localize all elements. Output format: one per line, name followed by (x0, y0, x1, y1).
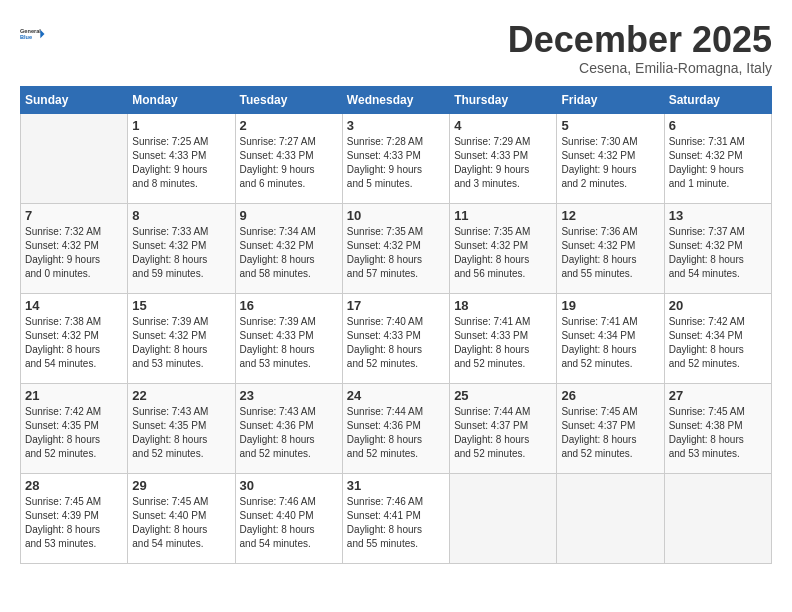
day-cell: 26Sunrise: 7:45 AM Sunset: 4:37 PM Dayli… (557, 383, 664, 473)
day-number: 30 (240, 478, 338, 493)
day-info: Sunrise: 7:25 AM Sunset: 4:33 PM Dayligh… (132, 135, 230, 191)
day-info: Sunrise: 7:30 AM Sunset: 4:32 PM Dayligh… (561, 135, 659, 191)
week-row-2: 7Sunrise: 7:32 AM Sunset: 4:32 PM Daylig… (21, 203, 772, 293)
day-number: 26 (561, 388, 659, 403)
day-cell: 23Sunrise: 7:43 AM Sunset: 4:36 PM Dayli… (235, 383, 342, 473)
day-info: Sunrise: 7:31 AM Sunset: 4:32 PM Dayligh… (669, 135, 767, 191)
day-cell: 17Sunrise: 7:40 AM Sunset: 4:33 PM Dayli… (342, 293, 449, 383)
day-cell (664, 473, 771, 563)
day-number: 28 (25, 478, 123, 493)
day-cell: 12Sunrise: 7:36 AM Sunset: 4:32 PM Dayli… (557, 203, 664, 293)
day-cell: 29Sunrise: 7:45 AM Sunset: 4:40 PM Dayli… (128, 473, 235, 563)
week-row-4: 21Sunrise: 7:42 AM Sunset: 4:35 PM Dayli… (21, 383, 772, 473)
day-cell: 13Sunrise: 7:37 AM Sunset: 4:32 PM Dayli… (664, 203, 771, 293)
header-row: SundayMondayTuesdayWednesdayThursdayFrid… (21, 86, 772, 113)
day-cell: 3Sunrise: 7:28 AM Sunset: 4:33 PM Daylig… (342, 113, 449, 203)
day-number: 15 (132, 298, 230, 313)
day-info: Sunrise: 7:46 AM Sunset: 4:41 PM Dayligh… (347, 495, 445, 551)
day-info: Sunrise: 7:39 AM Sunset: 4:32 PM Dayligh… (132, 315, 230, 371)
day-info: Sunrise: 7:45 AM Sunset: 4:40 PM Dayligh… (132, 495, 230, 551)
month-title: December 2025 (508, 20, 772, 60)
day-info: Sunrise: 7:34 AM Sunset: 4:32 PM Dayligh… (240, 225, 338, 281)
day-cell: 20Sunrise: 7:42 AM Sunset: 4:34 PM Dayli… (664, 293, 771, 383)
day-info: Sunrise: 7:36 AM Sunset: 4:32 PM Dayligh… (561, 225, 659, 281)
day-number: 18 (454, 298, 552, 313)
day-cell (557, 473, 664, 563)
day-number: 17 (347, 298, 445, 313)
day-number: 21 (25, 388, 123, 403)
day-cell: 15Sunrise: 7:39 AM Sunset: 4:32 PM Dayli… (128, 293, 235, 383)
header-saturday: Saturday (664, 86, 771, 113)
day-cell: 21Sunrise: 7:42 AM Sunset: 4:35 PM Dayli… (21, 383, 128, 473)
day-info: Sunrise: 7:40 AM Sunset: 4:33 PM Dayligh… (347, 315, 445, 371)
calendar-table: SundayMondayTuesdayWednesdayThursdayFrid… (20, 86, 772, 564)
day-cell: 27Sunrise: 7:45 AM Sunset: 4:38 PM Dayli… (664, 383, 771, 473)
header-thursday: Thursday (450, 86, 557, 113)
title-block: December 2025 Cesena, Emilia-Romagna, It… (508, 20, 772, 76)
day-cell: 28Sunrise: 7:45 AM Sunset: 4:39 PM Dayli… (21, 473, 128, 563)
day-cell: 4Sunrise: 7:29 AM Sunset: 4:33 PM Daylig… (450, 113, 557, 203)
day-number: 19 (561, 298, 659, 313)
day-info: Sunrise: 7:41 AM Sunset: 4:34 PM Dayligh… (561, 315, 659, 371)
day-cell: 14Sunrise: 7:38 AM Sunset: 4:32 PM Dayli… (21, 293, 128, 383)
day-number: 24 (347, 388, 445, 403)
day-number: 2 (240, 118, 338, 133)
day-info: Sunrise: 7:46 AM Sunset: 4:40 PM Dayligh… (240, 495, 338, 551)
day-number: 12 (561, 208, 659, 223)
day-info: Sunrise: 7:33 AM Sunset: 4:32 PM Dayligh… (132, 225, 230, 281)
week-row-1: 1Sunrise: 7:25 AM Sunset: 4:33 PM Daylig… (21, 113, 772, 203)
subtitle: Cesena, Emilia-Romagna, Italy (508, 60, 772, 76)
day-cell: 16Sunrise: 7:39 AM Sunset: 4:33 PM Dayli… (235, 293, 342, 383)
day-info: Sunrise: 7:42 AM Sunset: 4:35 PM Dayligh… (25, 405, 123, 461)
day-info: Sunrise: 7:45 AM Sunset: 4:39 PM Dayligh… (25, 495, 123, 551)
day-number: 7 (25, 208, 123, 223)
day-number: 13 (669, 208, 767, 223)
day-number: 9 (240, 208, 338, 223)
header-sunday: Sunday (21, 86, 128, 113)
day-cell: 18Sunrise: 7:41 AM Sunset: 4:33 PM Dayli… (450, 293, 557, 383)
logo: GeneralBlue (20, 20, 48, 48)
day-number: 29 (132, 478, 230, 493)
day-number: 22 (132, 388, 230, 403)
day-cell: 2Sunrise: 7:27 AM Sunset: 4:33 PM Daylig… (235, 113, 342, 203)
day-info: Sunrise: 7:43 AM Sunset: 4:36 PM Dayligh… (240, 405, 338, 461)
day-number: 11 (454, 208, 552, 223)
day-number: 5 (561, 118, 659, 133)
day-cell: 11Sunrise: 7:35 AM Sunset: 4:32 PM Dayli… (450, 203, 557, 293)
day-info: Sunrise: 7:41 AM Sunset: 4:33 PM Dayligh… (454, 315, 552, 371)
day-info: Sunrise: 7:45 AM Sunset: 4:37 PM Dayligh… (561, 405, 659, 461)
day-info: Sunrise: 7:39 AM Sunset: 4:33 PM Dayligh… (240, 315, 338, 371)
page-header: GeneralBlue December 2025 Cesena, Emilia… (20, 20, 772, 76)
header-monday: Monday (128, 86, 235, 113)
day-number: 23 (240, 388, 338, 403)
day-number: 25 (454, 388, 552, 403)
day-number: 1 (132, 118, 230, 133)
day-info: Sunrise: 7:35 AM Sunset: 4:32 PM Dayligh… (454, 225, 552, 281)
day-info: Sunrise: 7:32 AM Sunset: 4:32 PM Dayligh… (25, 225, 123, 281)
day-number: 3 (347, 118, 445, 133)
day-number: 31 (347, 478, 445, 493)
day-cell (21, 113, 128, 203)
day-info: Sunrise: 7:43 AM Sunset: 4:35 PM Dayligh… (132, 405, 230, 461)
day-info: Sunrise: 7:38 AM Sunset: 4:32 PM Dayligh… (25, 315, 123, 371)
day-info: Sunrise: 7:44 AM Sunset: 4:36 PM Dayligh… (347, 405, 445, 461)
day-info: Sunrise: 7:29 AM Sunset: 4:33 PM Dayligh… (454, 135, 552, 191)
day-number: 6 (669, 118, 767, 133)
day-info: Sunrise: 7:37 AM Sunset: 4:32 PM Dayligh… (669, 225, 767, 281)
day-info: Sunrise: 7:27 AM Sunset: 4:33 PM Dayligh… (240, 135, 338, 191)
day-number: 16 (240, 298, 338, 313)
svg-marker-2 (40, 30, 44, 38)
day-number: 10 (347, 208, 445, 223)
day-cell: 10Sunrise: 7:35 AM Sunset: 4:32 PM Dayli… (342, 203, 449, 293)
day-cell: 24Sunrise: 7:44 AM Sunset: 4:36 PM Dayli… (342, 383, 449, 473)
day-cell: 30Sunrise: 7:46 AM Sunset: 4:40 PM Dayli… (235, 473, 342, 563)
day-info: Sunrise: 7:28 AM Sunset: 4:33 PM Dayligh… (347, 135, 445, 191)
day-cell: 22Sunrise: 7:43 AM Sunset: 4:35 PM Dayli… (128, 383, 235, 473)
day-cell: 25Sunrise: 7:44 AM Sunset: 4:37 PM Dayli… (450, 383, 557, 473)
day-cell: 7Sunrise: 7:32 AM Sunset: 4:32 PM Daylig… (21, 203, 128, 293)
day-cell: 31Sunrise: 7:46 AM Sunset: 4:41 PM Dayli… (342, 473, 449, 563)
day-cell: 8Sunrise: 7:33 AM Sunset: 4:32 PM Daylig… (128, 203, 235, 293)
svg-text:General: General (20, 28, 41, 34)
day-cell (450, 473, 557, 563)
header-wednesday: Wednesday (342, 86, 449, 113)
